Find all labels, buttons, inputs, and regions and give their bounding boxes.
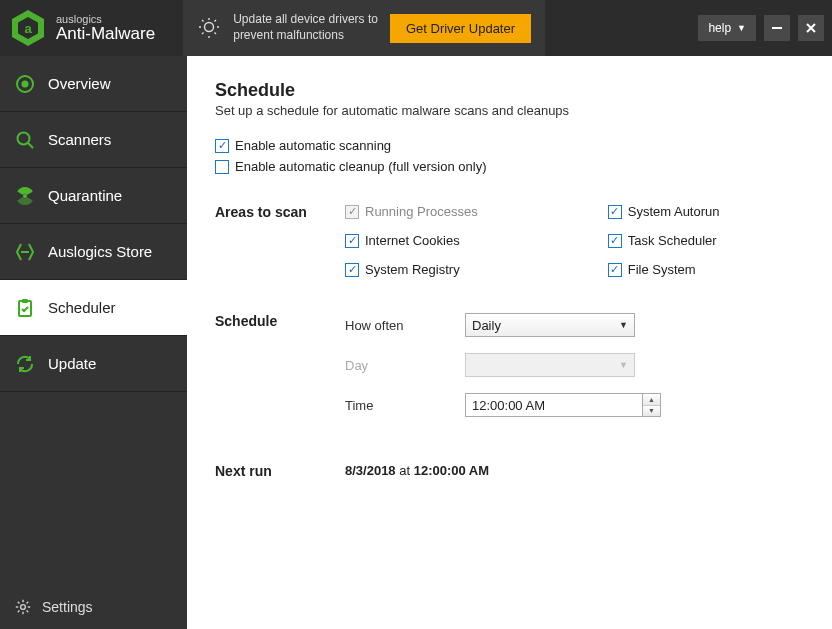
nextrun-value: 8/3/2018 at 12:00:00 AM xyxy=(345,463,804,479)
area-cookies-label: Internet Cookies xyxy=(365,233,460,248)
sidebar-item-store[interactable]: Auslogics Store xyxy=(0,224,187,280)
close-button[interactable] xyxy=(798,15,824,41)
sidebar-item-scheduler[interactable]: Scheduler xyxy=(0,280,187,336)
svg-rect-1 xyxy=(772,27,782,29)
area-registry-checkbox[interactable] xyxy=(345,263,359,277)
area-autorun-checkbox[interactable] xyxy=(608,205,622,219)
enable-cleanup-checkbox[interactable] xyxy=(215,160,229,174)
titlebar-controls: help ▼ xyxy=(698,15,832,41)
promo-banner: Update all device drivers to prevent mal… xyxy=(183,0,545,56)
area-tasksched-label: Task Scheduler xyxy=(628,233,717,248)
enable-cleanup-row: Enable automatic cleanup (full version o… xyxy=(215,159,804,174)
search-icon xyxy=(14,129,36,151)
day-select: ▼ xyxy=(465,353,635,377)
time-spinner: ▲ ▼ xyxy=(643,393,661,417)
gear-icon xyxy=(14,598,32,616)
svg-point-5 xyxy=(23,194,27,198)
chevron-down-icon: ▼ xyxy=(737,23,746,33)
svg-point-8 xyxy=(21,605,26,610)
nextrun-section: Next run 8/3/2018 at 12:00:00 AM xyxy=(215,463,804,479)
sidebar-item-label: Update xyxy=(48,355,96,372)
app-window: a auslogics Anti-Malware Update all devi… xyxy=(0,0,832,629)
sidebar-item-overview[interactable]: Overview xyxy=(0,56,187,112)
sidebar-item-label: Overview xyxy=(48,75,111,92)
schedule-section: Schedule How often Daily ▼ Day ▼ xyxy=(215,313,804,433)
sidebar-item-label: Quarantine xyxy=(48,187,122,204)
page-title: Schedule xyxy=(215,80,804,101)
lightbulb-icon xyxy=(197,16,221,40)
help-menu-button[interactable]: help ▼ xyxy=(698,15,756,41)
enable-scanning-row: Enable automatic scanning xyxy=(215,138,804,153)
time-spin-up[interactable]: ▲ xyxy=(643,394,660,406)
area-filesystem-label: File System xyxy=(628,262,696,277)
day-label: Day xyxy=(345,358,465,373)
promo-text: Update all device drivers to prevent mal… xyxy=(233,12,378,43)
time-label: Time xyxy=(345,398,465,413)
nextrun-label: Next run xyxy=(215,463,345,479)
area-registry-label: System Registry xyxy=(365,262,460,277)
sidebar: Overview Scanners Quarantine Auslogics S… xyxy=(0,56,187,629)
sidebar-item-label: Auslogics Store xyxy=(48,243,152,260)
app-body: Overview Scanners Quarantine Auslogics S… xyxy=(0,56,832,629)
minimize-button[interactable] xyxy=(764,15,790,41)
chevron-down-icon: ▼ xyxy=(619,320,628,330)
how-often-label: How often xyxy=(345,318,465,333)
refresh-icon xyxy=(14,353,36,375)
sidebar-item-label: Scanners xyxy=(48,131,111,148)
sidebar-item-update[interactable]: Update xyxy=(0,336,187,392)
app-logo: a xyxy=(0,0,56,56)
brand-text: auslogics xyxy=(56,13,155,25)
svg-rect-7 xyxy=(22,299,28,303)
sidebar-settings-label: Settings xyxy=(42,599,93,615)
sidebar-item-quarantine[interactable]: Quarantine xyxy=(0,168,187,224)
area-tasksched-checkbox[interactable] xyxy=(608,234,622,248)
area-running-label: Running Processes xyxy=(365,204,478,219)
schedule-label: Schedule xyxy=(215,313,345,433)
areas-label: Areas to scan xyxy=(215,204,345,283)
store-icon xyxy=(14,241,36,263)
target-icon xyxy=(14,73,36,95)
titlebar: a auslogics Anti-Malware Update all devi… xyxy=(0,0,832,56)
time-input[interactable]: 12:00:00 AM xyxy=(465,393,643,417)
enable-scanning-label: Enable automatic scanning xyxy=(235,138,391,153)
app-title: auslogics Anti-Malware xyxy=(56,13,155,44)
svg-point-3 xyxy=(23,81,28,86)
enable-cleanup-label: Enable automatic cleanup (full version o… xyxy=(235,159,486,174)
enable-scanning-checkbox[interactable] xyxy=(215,139,229,153)
sidebar-item-label: Scheduler xyxy=(48,299,116,316)
area-filesystem-checkbox[interactable] xyxy=(608,263,622,277)
page-subtitle: Set up a schedule for automatic malware … xyxy=(215,103,804,118)
chevron-down-icon: ▼ xyxy=(619,360,628,370)
radioactive-icon xyxy=(14,185,36,207)
svg-point-0 xyxy=(205,23,214,32)
app-name: Anti-Malware xyxy=(56,25,155,44)
how-often-select[interactable]: Daily ▼ xyxy=(465,313,635,337)
areas-section: Areas to scan Running Processes Internet… xyxy=(215,204,804,283)
content-panel: Schedule Set up a schedule for automatic… xyxy=(187,56,832,629)
sidebar-settings[interactable]: Settings xyxy=(0,585,187,629)
svg-rect-6 xyxy=(19,301,31,316)
area-cookies-checkbox[interactable] xyxy=(345,234,359,248)
get-driver-updater-button[interactable]: Get Driver Updater xyxy=(390,14,531,43)
area-running-checkbox xyxy=(345,205,359,219)
svg-point-4 xyxy=(18,132,30,144)
clipboard-check-icon xyxy=(14,297,36,319)
time-spin-down[interactable]: ▼ xyxy=(643,406,660,417)
area-autorun-label: System Autorun xyxy=(628,204,720,219)
sidebar-item-scanners[interactable]: Scanners xyxy=(0,112,187,168)
